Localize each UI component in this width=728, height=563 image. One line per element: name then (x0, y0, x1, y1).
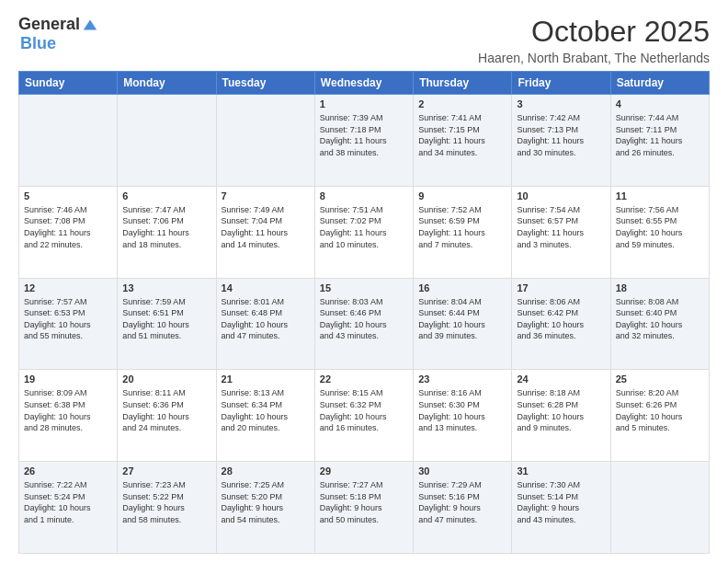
cell-info: Sunrise: 7:57 AMSunset: 6:53 PMDaylight:… (24, 296, 112, 342)
table-row: 20Sunrise: 8:11 AMSunset: 6:36 PMDayligh… (118, 370, 216, 462)
table-row (216, 95, 314, 187)
calendar-table: Sunday Monday Tuesday Wednesday Thursday… (18, 71, 710, 554)
table-row (19, 95, 118, 187)
table-row: 22Sunrise: 8:15 AMSunset: 6:32 PMDayligh… (314, 370, 413, 462)
calendar-header-row: Sunday Monday Tuesday Wednesday Thursday… (19, 72, 710, 95)
cell-info: Sunrise: 8:18 AMSunset: 6:28 PMDaylight:… (517, 387, 605, 433)
cell-info: Sunrise: 7:54 AMSunset: 6:57 PMDaylight:… (517, 204, 605, 250)
cell-date: 4 (616, 98, 704, 109)
cell-date: 27 (122, 465, 210, 477)
calendar-week-row: 5Sunrise: 7:46 AMSunset: 7:08 PMDaylight… (19, 186, 710, 278)
table-row: 15Sunrise: 8:03 AMSunset: 6:46 PMDayligh… (314, 278, 413, 370)
cell-info: Sunrise: 8:08 AMSunset: 6:40 PMDaylight:… (616, 296, 704, 342)
cell-info: Sunrise: 7:56 AMSunset: 6:55 PMDaylight:… (616, 204, 704, 250)
cell-date: 29 (320, 465, 408, 477)
table-row: 24Sunrise: 8:18 AMSunset: 6:28 PMDayligh… (512, 370, 610, 462)
logo-text: General (18, 15, 98, 34)
cell-info: Sunrise: 8:06 AMSunset: 6:42 PMDaylight:… (517, 296, 605, 342)
calendar-week-row: 1Sunrise: 7:39 AMSunset: 7:18 PMDaylight… (19, 95, 710, 187)
cell-date: 25 (616, 373, 704, 385)
cell-info: Sunrise: 7:47 AMSunset: 7:06 PMDaylight:… (122, 204, 210, 250)
cell-info: Sunrise: 8:20 AMSunset: 6:26 PMDaylight:… (616, 387, 704, 433)
header: General Blue October 2025 Haaren, North … (18, 15, 710, 65)
cell-date: 8 (320, 190, 408, 201)
cell-info: Sunrise: 7:30 AMSunset: 5:14 PMDaylight:… (517, 479, 605, 525)
table-row: 30Sunrise: 7:29 AMSunset: 5:16 PMDayligh… (414, 462, 512, 554)
table-row: 4Sunrise: 7:44 AMSunset: 7:11 PMDaylight… (610, 95, 709, 187)
cell-date: 6 (122, 190, 210, 201)
month-title: October 2025 (478, 15, 710, 49)
table-row: 6Sunrise: 7:47 AMSunset: 7:06 PMDaylight… (118, 186, 216, 278)
page: General Blue October 2025 Haaren, North … (0, 0, 728, 563)
table-row: 3Sunrise: 7:42 AMSunset: 7:13 PMDaylight… (512, 95, 610, 187)
cell-info: Sunrise: 7:46 AMSunset: 7:08 PMDaylight:… (24, 204, 112, 250)
calendar-week-row: 19Sunrise: 8:09 AMSunset: 6:38 PMDayligh… (19, 370, 710, 462)
table-row: 17Sunrise: 8:06 AMSunset: 6:42 PMDayligh… (512, 278, 610, 370)
table-row: 23Sunrise: 8:16 AMSunset: 6:30 PMDayligh… (414, 370, 512, 462)
cell-info: Sunrise: 7:42 AMSunset: 7:13 PMDaylight:… (517, 112, 605, 158)
cell-info: Sunrise: 8:03 AMSunset: 6:46 PMDaylight:… (320, 296, 408, 342)
logo-blue: Blue (20, 34, 56, 52)
cell-info: Sunrise: 7:39 AMSunset: 7:18 PMDaylight:… (320, 112, 408, 158)
cell-date: 31 (517, 465, 605, 477)
location-subtitle: Haaren, North Brabant, The Netherlands (478, 51, 710, 65)
logo: General Blue (18, 15, 98, 53)
table-row: 7Sunrise: 7:49 AMSunset: 7:04 PMDaylight… (216, 186, 314, 278)
cell-date: 11 (616, 190, 704, 201)
cell-date: 13 (122, 282, 210, 293)
calendar-week-row: 26Sunrise: 7:22 AMSunset: 5:24 PMDayligh… (19, 462, 710, 554)
cell-info: Sunrise: 7:23 AMSunset: 5:22 PMDaylight:… (122, 479, 210, 525)
col-saturday: Saturday (610, 72, 709, 95)
cell-date: 19 (24, 373, 112, 385)
cell-info: Sunrise: 8:15 AMSunset: 6:32 PMDaylight:… (320, 387, 408, 433)
table-row: 2Sunrise: 7:41 AMSunset: 7:15 PMDaylight… (414, 95, 512, 187)
col-wednesday: Wednesday (314, 72, 413, 95)
table-row: 13Sunrise: 7:59 AMSunset: 6:51 PMDayligh… (118, 278, 216, 370)
cell-date: 24 (517, 373, 605, 385)
table-row: 27Sunrise: 7:23 AMSunset: 5:22 PMDayligh… (118, 462, 216, 554)
table-row: 9Sunrise: 7:52 AMSunset: 6:59 PMDaylight… (414, 186, 512, 278)
cell-info: Sunrise: 7:49 AMSunset: 7:04 PMDaylight:… (222, 204, 310, 250)
cell-date: 5 (24, 190, 112, 201)
cell-info: Sunrise: 8:16 AMSunset: 6:30 PMDaylight:… (418, 387, 506, 433)
table-row (118, 95, 216, 187)
col-thursday: Thursday (414, 72, 512, 95)
col-monday: Monday (118, 72, 216, 95)
col-tuesday: Tuesday (216, 72, 314, 95)
cell-date: 17 (517, 282, 605, 293)
logo-icon (82, 17, 98, 33)
cell-info: Sunrise: 7:51 AMSunset: 7:02 PMDaylight:… (320, 204, 408, 250)
col-sunday: Sunday (19, 72, 118, 95)
table-row: 8Sunrise: 7:51 AMSunset: 7:02 PMDaylight… (314, 186, 413, 278)
table-row: 12Sunrise: 7:57 AMSunset: 6:53 PMDayligh… (19, 278, 118, 370)
cell-info: Sunrise: 8:09 AMSunset: 6:38 PMDaylight:… (24, 387, 112, 433)
cell-date: 1 (320, 98, 408, 109)
title-block: October 2025 Haaren, North Brabant, The … (478, 15, 710, 65)
cell-info: Sunrise: 7:52 AMSunset: 6:59 PMDaylight:… (418, 204, 506, 250)
cell-date: 14 (222, 282, 310, 293)
table-row: 31Sunrise: 7:30 AMSunset: 5:14 PMDayligh… (512, 462, 610, 554)
cell-date: 18 (616, 282, 704, 293)
table-row (610, 462, 709, 554)
cell-date: 20 (122, 373, 210, 385)
cell-date: 2 (418, 98, 506, 109)
logo-general: General (18, 15, 80, 34)
table-row: 25Sunrise: 8:20 AMSunset: 6:26 PMDayligh… (610, 370, 709, 462)
cell-info: Sunrise: 8:04 AMSunset: 6:44 PMDaylight:… (418, 296, 506, 342)
svg-marker-0 (84, 19, 97, 29)
cell-info: Sunrise: 7:22 AMSunset: 5:24 PMDaylight:… (24, 479, 112, 525)
calendar-week-row: 12Sunrise: 7:57 AMSunset: 6:53 PMDayligh… (19, 278, 710, 370)
cell-info: Sunrise: 7:25 AMSunset: 5:20 PMDaylight:… (222, 479, 310, 525)
cell-date: 12 (24, 282, 112, 293)
cell-info: Sunrise: 7:27 AMSunset: 5:18 PMDaylight:… (320, 479, 408, 525)
table-row: 28Sunrise: 7:25 AMSunset: 5:20 PMDayligh… (216, 462, 314, 554)
cell-info: Sunrise: 7:59 AMSunset: 6:51 PMDaylight:… (122, 296, 210, 342)
table-row: 5Sunrise: 7:46 AMSunset: 7:08 PMDaylight… (19, 186, 118, 278)
cell-info: Sunrise: 8:01 AMSunset: 6:48 PMDaylight:… (222, 296, 310, 342)
cell-date: 3 (517, 98, 605, 109)
cell-date: 23 (418, 373, 506, 385)
cell-date: 15 (320, 282, 408, 293)
cell-info: Sunrise: 7:29 AMSunset: 5:16 PMDaylight:… (418, 479, 506, 525)
cell-info: Sunrise: 8:11 AMSunset: 6:36 PMDaylight:… (122, 387, 210, 433)
table-row: 29Sunrise: 7:27 AMSunset: 5:18 PMDayligh… (314, 462, 413, 554)
